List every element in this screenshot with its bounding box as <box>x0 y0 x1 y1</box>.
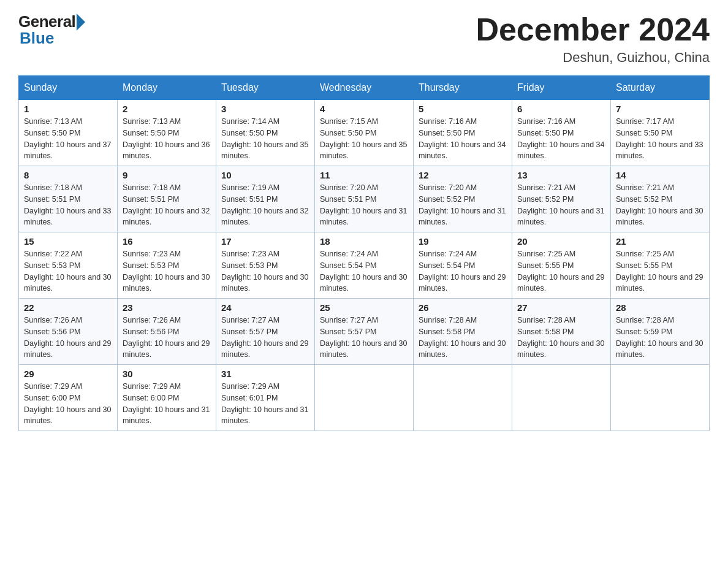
calendar-cell: 30Sunrise: 7:29 AMSunset: 6:00 PMDayligh… <box>118 365 216 431</box>
calendar-cell: 10Sunrise: 7:19 AMSunset: 5:51 PMDayligh… <box>216 166 315 232</box>
day-info: Sunrise: 7:29 AMSunset: 6:00 PMDaylight:… <box>123 381 211 427</box>
calendar-cell: 22Sunrise: 7:26 AMSunset: 5:56 PMDayligh… <box>19 299 118 365</box>
calendar-week-row: 15Sunrise: 7:22 AMSunset: 5:53 PMDayligh… <box>19 232 710 299</box>
calendar-cell: 27Sunrise: 7:28 AMSunset: 5:58 PMDayligh… <box>512 299 611 365</box>
day-number: 17 <box>221 236 309 247</box>
day-info: Sunrise: 7:24 AMSunset: 5:54 PMDaylight:… <box>419 248 507 294</box>
day-number: 30 <box>123 369 211 379</box>
calendar-cell: 23Sunrise: 7:26 AMSunset: 5:56 PMDayligh… <box>118 299 216 365</box>
header-tuesday: Tuesday <box>216 76 315 100</box>
calendar-cell: 20Sunrise: 7:25 AMSunset: 5:55 PMDayligh… <box>512 232 611 299</box>
day-number: 11 <box>320 170 408 180</box>
day-info: Sunrise: 7:20 AMSunset: 5:51 PMDaylight:… <box>320 182 408 228</box>
day-number: 16 <box>123 236 211 247</box>
day-info: Sunrise: 7:26 AMSunset: 5:56 PMDaylight:… <box>123 315 211 361</box>
day-number: 25 <box>320 302 408 313</box>
day-number: 4 <box>320 104 408 114</box>
day-number: 20 <box>517 236 605 247</box>
calendar-cell: 24Sunrise: 7:27 AMSunset: 5:57 PMDayligh… <box>216 299 315 365</box>
day-number: 29 <box>24 369 112 379</box>
calendar-cell: 12Sunrise: 7:20 AMSunset: 5:52 PMDayligh… <box>414 166 512 232</box>
day-number: 10 <box>221 170 309 180</box>
calendar-cell: 18Sunrise: 7:24 AMSunset: 5:54 PMDayligh… <box>315 232 414 299</box>
day-info: Sunrise: 7:21 AMSunset: 5:52 PMDaylight:… <box>616 182 704 228</box>
calendar-cell: 17Sunrise: 7:23 AMSunset: 5:53 PMDayligh… <box>216 232 315 299</box>
day-info: Sunrise: 7:16 AMSunset: 5:50 PMDaylight:… <box>419 116 507 162</box>
day-info: Sunrise: 7:29 AMSunset: 6:01 PMDaylight:… <box>221 381 309 427</box>
day-info: Sunrise: 7:17 AMSunset: 5:50 PMDaylight:… <box>616 116 704 162</box>
calendar-week-row: 22Sunrise: 7:26 AMSunset: 5:56 PMDayligh… <box>19 299 710 365</box>
day-number: 6 <box>517 104 605 114</box>
day-number: 12 <box>419 170 507 180</box>
calendar-cell: 2Sunrise: 7:13 AMSunset: 5:50 PMDaylight… <box>118 100 216 166</box>
calendar-cell: 3Sunrise: 7:14 AMSunset: 5:50 PMDaylight… <box>216 100 315 166</box>
calendar-cell: 7Sunrise: 7:17 AMSunset: 5:50 PMDaylight… <box>611 100 710 166</box>
day-number: 1 <box>24 104 112 114</box>
day-number: 27 <box>517 302 605 313</box>
day-info: Sunrise: 7:22 AMSunset: 5:53 PMDaylight:… <box>24 248 112 294</box>
calendar-cell: 11Sunrise: 7:20 AMSunset: 5:51 PMDayligh… <box>315 166 414 232</box>
calendar-cell: 14Sunrise: 7:21 AMSunset: 5:52 PMDayligh… <box>611 166 710 232</box>
day-info: Sunrise: 7:15 AMSunset: 5:50 PMDaylight:… <box>320 116 408 162</box>
header-saturday: Saturday <box>611 76 710 100</box>
day-number: 8 <box>24 170 112 180</box>
header-thursday: Thursday <box>414 76 512 100</box>
header-monday: Monday <box>118 76 216 100</box>
day-number: 2 <box>123 104 211 114</box>
calendar-cell: 26Sunrise: 7:28 AMSunset: 5:58 PMDayligh… <box>414 299 512 365</box>
calendar-cell: 31Sunrise: 7:29 AMSunset: 6:01 PMDayligh… <box>216 365 315 431</box>
calendar-cell: 6Sunrise: 7:16 AMSunset: 5:50 PMDaylight… <box>512 100 611 166</box>
day-number: 14 <box>616 170 704 180</box>
day-info: Sunrise: 7:24 AMSunset: 5:54 PMDaylight:… <box>320 248 408 294</box>
day-number: 24 <box>221 302 309 313</box>
day-info: Sunrise: 7:20 AMSunset: 5:52 PMDaylight:… <box>419 182 507 228</box>
day-info: Sunrise: 7:28 AMSunset: 5:59 PMDaylight:… <box>616 315 704 361</box>
calendar-cell: 21Sunrise: 7:25 AMSunset: 5:55 PMDayligh… <box>611 232 710 299</box>
day-info: Sunrise: 7:23 AMSunset: 5:53 PMDaylight:… <box>123 248 211 294</box>
day-number: 21 <box>616 236 704 247</box>
calendar-cell: 29Sunrise: 7:29 AMSunset: 6:00 PMDayligh… <box>19 365 118 431</box>
day-info: Sunrise: 7:21 AMSunset: 5:52 PMDaylight:… <box>517 182 605 228</box>
day-info: Sunrise: 7:29 AMSunset: 6:00 PMDaylight:… <box>24 381 112 427</box>
day-number: 5 <box>419 104 507 114</box>
header-friday: Friday <box>512 76 611 100</box>
calendar-cell <box>611 365 710 431</box>
day-number: 19 <box>419 236 507 247</box>
calendar-cell: 16Sunrise: 7:23 AMSunset: 5:53 PMDayligh… <box>118 232 216 299</box>
month-title: December 2024 <box>476 12 710 47</box>
calendar-cell <box>315 365 414 431</box>
day-info: Sunrise: 7:25 AMSunset: 5:55 PMDaylight:… <box>517 248 605 294</box>
day-info: Sunrise: 7:14 AMSunset: 5:50 PMDaylight:… <box>221 116 309 162</box>
calendar-header-row: SundayMondayTuesdayWednesdayThursdayFrid… <box>19 76 710 100</box>
day-number: 18 <box>320 236 408 247</box>
logo-triangle-icon <box>77 13 85 31</box>
logo-blue-text: Blue <box>20 29 54 48</box>
calendar-table: SundayMondayTuesdayWednesdayThursdayFrid… <box>18 75 710 431</box>
calendar-week-row: 1Sunrise: 7:13 AMSunset: 5:50 PMDaylight… <box>19 100 710 166</box>
day-number: 7 <box>616 104 704 114</box>
logo: General Blue <box>18 12 85 48</box>
page-header: General Blue December 2024 Deshun, Guizh… <box>18 12 710 66</box>
day-number: 23 <box>123 302 211 313</box>
header-wednesday: Wednesday <box>315 76 414 100</box>
day-info: Sunrise: 7:28 AMSunset: 5:58 PMDaylight:… <box>517 315 605 361</box>
calendar-cell: 25Sunrise: 7:27 AMSunset: 5:57 PMDayligh… <box>315 299 414 365</box>
calendar-week-row: 29Sunrise: 7:29 AMSunset: 6:00 PMDayligh… <box>19 365 710 431</box>
calendar-cell: 4Sunrise: 7:15 AMSunset: 5:50 PMDaylight… <box>315 100 414 166</box>
day-info: Sunrise: 7:28 AMSunset: 5:58 PMDaylight:… <box>419 315 507 361</box>
day-info: Sunrise: 7:26 AMSunset: 5:56 PMDaylight:… <box>24 315 112 361</box>
day-info: Sunrise: 7:27 AMSunset: 5:57 PMDaylight:… <box>221 315 309 361</box>
calendar-cell: 13Sunrise: 7:21 AMSunset: 5:52 PMDayligh… <box>512 166 611 232</box>
day-info: Sunrise: 7:23 AMSunset: 5:53 PMDaylight:… <box>221 248 309 294</box>
day-info: Sunrise: 7:13 AMSunset: 5:50 PMDaylight:… <box>24 116 112 162</box>
day-info: Sunrise: 7:27 AMSunset: 5:57 PMDaylight:… <box>320 315 408 361</box>
calendar-cell: 1Sunrise: 7:13 AMSunset: 5:50 PMDaylight… <box>19 100 118 166</box>
calendar-cell: 5Sunrise: 7:16 AMSunset: 5:50 PMDaylight… <box>414 100 512 166</box>
day-number: 13 <box>517 170 605 180</box>
day-info: Sunrise: 7:19 AMSunset: 5:51 PMDaylight:… <box>221 182 309 228</box>
day-number: 9 <box>123 170 211 180</box>
calendar-cell: 15Sunrise: 7:22 AMSunset: 5:53 PMDayligh… <box>19 232 118 299</box>
calendar-week-row: 8Sunrise: 7:18 AMSunset: 5:51 PMDaylight… <box>19 166 710 232</box>
calendar-cell: 8Sunrise: 7:18 AMSunset: 5:51 PMDaylight… <box>19 166 118 232</box>
location-subtitle: Deshun, Guizhou, China <box>476 50 710 66</box>
